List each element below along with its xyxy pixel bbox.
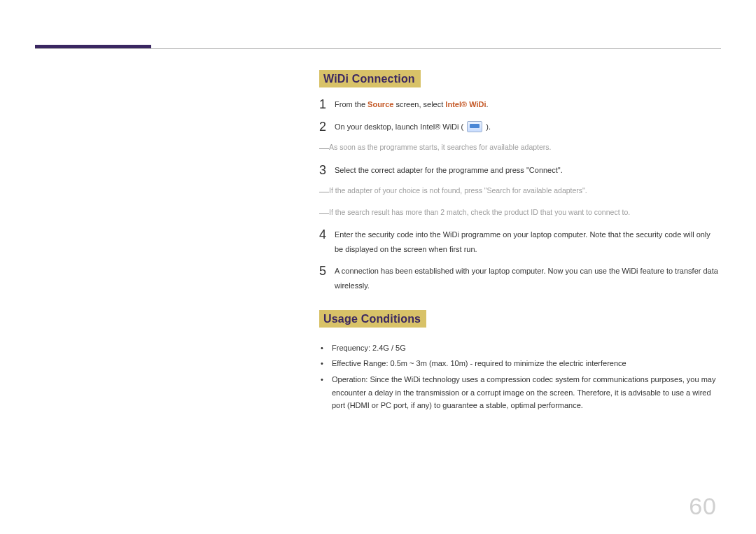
step-text: From the (335, 100, 368, 108)
section-title-widi-connection: WiDi Connection (319, 70, 421, 87)
step-body: From the Source screen, select Intel® Wi… (335, 97, 721, 112)
bullet-dot-icon: • (319, 373, 332, 386)
note-row: ― If the search result has more than 2 m… (319, 206, 721, 222)
step-text: Enter the security code into the WiDi pr… (335, 230, 710, 253)
page-number: 60 (689, 493, 717, 520)
note-dash-icon: ― (319, 183, 329, 199)
list-item: • Frequency: 2.4G / 5G (319, 342, 721, 355)
step-number: 4 (319, 227, 335, 243)
header-divider (35, 48, 721, 49)
step-text-bold: Source (368, 100, 393, 108)
step-text: A connection has been established with y… (335, 267, 718, 290)
bullet-list: • Frequency: 2.4G / 5G • Effective Range… (319, 342, 721, 412)
step-number: 5 (319, 264, 335, 279)
step-row: 5 A connection has been established with… (319, 264, 721, 293)
step-body: Select the correct adapter for the progr… (335, 163, 721, 178)
step-number: 2 (319, 120, 335, 135)
note-row: ― As soon as the programme starts, it se… (319, 141, 721, 157)
manual-page: WiDi Connection 1 From the Source screen… (0, 0, 756, 534)
step-body: A connection has been established with y… (335, 264, 721, 293)
step-text-bold: Intel® WiDi (445, 100, 486, 108)
step-text: On your desktop, launch Intel® WiDi ( (335, 122, 465, 131)
note-dash-icon: ― (319, 140, 329, 155)
section-usage-conditions: Usage Conditions • Frequency: 2.4G / 5G … (319, 310, 721, 412)
list-item: • Operation: Since the WiDi technology u… (319, 373, 721, 412)
step-row: 3 Select the correct adapter for the pro… (319, 163, 721, 178)
step-row: 2 On your desktop, launch Intel® WiDi ( … (319, 120, 721, 135)
step-number: 3 (319, 163, 335, 178)
bullet-text: Frequency: 2.4G / 5G (332, 342, 406, 355)
intel-widi-icon (467, 121, 482, 132)
note-text: As soon as the programme starts, it sear… (329, 141, 552, 153)
step-text: Select the correct adapter for the progr… (335, 166, 563, 174)
step-text: . (486, 100, 488, 108)
bullet-text: Operation: Since the WiDi technology use… (332, 373, 721, 412)
step-text: screen, select (393, 100, 445, 108)
bullet-dot-icon: • (319, 357, 332, 370)
bullet-dot-icon: • (319, 342, 332, 355)
note-text: If the search result has more than 2 mat… (329, 206, 630, 218)
note-text: If the adapter of your choice is not fou… (329, 185, 587, 197)
step-row: 1 From the Source screen, select Intel® … (319, 97, 721, 113)
note-dash-icon: ― (319, 205, 329, 220)
page-content: WiDi Connection 1 From the Source screen… (319, 70, 721, 415)
step-row: 4 Enter the security code into the WiDi … (319, 227, 721, 257)
bullet-text: Effective Range: 0.5m ~ 3m (max. 10m) - … (332, 357, 626, 370)
list-item: • Effective Range: 0.5m ~ 3m (max. 10m) … (319, 357, 721, 370)
step-number: 1 (319, 97, 335, 113)
step-body: On your desktop, launch Intel® WiDi ( ). (335, 120, 721, 134)
step-text: ). (484, 122, 491, 131)
section-title-usage-conditions: Usage Conditions (319, 310, 426, 328)
note-row: ― If the adapter of your choice is not f… (319, 185, 721, 200)
step-body: Enter the security code into the WiDi pr… (335, 227, 721, 257)
